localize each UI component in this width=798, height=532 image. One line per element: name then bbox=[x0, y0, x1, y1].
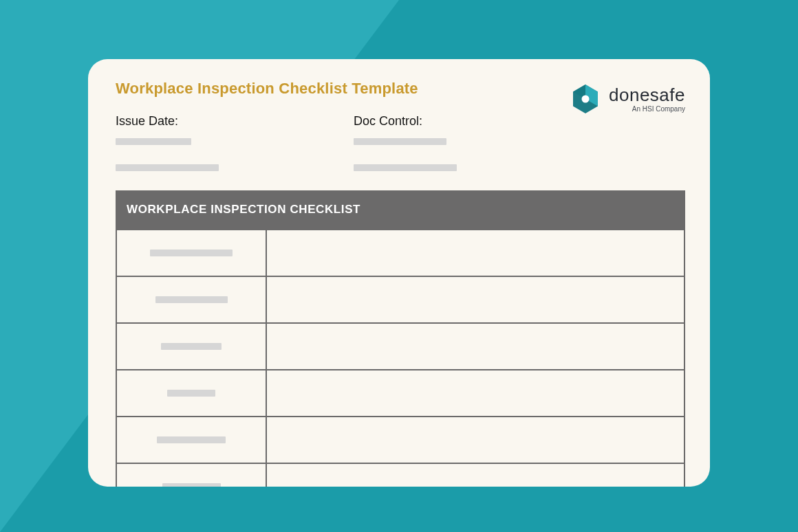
placeholder-line bbox=[162, 483, 221, 487]
svg-point-4 bbox=[582, 96, 590, 103]
table-row bbox=[116, 230, 684, 276]
row-value-cell bbox=[266, 463, 684, 487]
table-row bbox=[116, 417, 684, 463]
brand-logo: donesafe An HSI Company bbox=[569, 82, 685, 115]
row-value-cell bbox=[266, 417, 684, 463]
row-label-cell bbox=[116, 370, 266, 417]
placeholder-line bbox=[167, 390, 215, 397]
donesafe-logo-icon bbox=[569, 82, 602, 115]
issue-date-label: Issue Date: bbox=[116, 114, 354, 129]
row-value-cell bbox=[266, 323, 684, 370]
doc-control-label: Doc Control: bbox=[354, 114, 592, 129]
table-row bbox=[116, 323, 684, 370]
row-label-cell bbox=[116, 230, 266, 276]
brand-text: donesafe An HSI Company bbox=[609, 86, 685, 113]
row-label-cell bbox=[116, 323, 266, 370]
placeholder-line bbox=[116, 138, 191, 145]
table-row bbox=[116, 370, 684, 417]
brand-name: donesafe bbox=[609, 86, 685, 104]
placeholder-line bbox=[116, 164, 219, 171]
row-value-cell bbox=[266, 370, 684, 417]
row-value-cell bbox=[266, 230, 684, 276]
checklist-grid bbox=[116, 229, 685, 487]
table-title: WORKPLACE INSPECTION CHECKLIST bbox=[116, 190, 685, 229]
placeholder-line bbox=[155, 296, 228, 303]
checklist-table: WORKPLACE INSPECTION CHECKLIST bbox=[116, 190, 685, 487]
issue-date-block: Issue Date: bbox=[116, 114, 354, 171]
row-value-cell bbox=[266, 276, 684, 323]
placeholder-line bbox=[150, 250, 233, 256]
placeholder-line bbox=[354, 164, 457, 171]
brand-subline: An HSI Company bbox=[632, 106, 685, 113]
card-inner: Workplace Inspection Checklist Template … bbox=[88, 59, 710, 487]
placeholder-line bbox=[157, 436, 226, 443]
document-card: Workplace Inspection Checklist Template … bbox=[88, 59, 710, 487]
meta-row: Issue Date: Doc Control: bbox=[116, 114, 685, 171]
table-row bbox=[116, 463, 684, 487]
row-label-cell bbox=[116, 417, 266, 463]
placeholder-line bbox=[354, 138, 446, 145]
table-row bbox=[116, 276, 684, 323]
placeholder-line bbox=[161, 343, 222, 350]
row-label-cell bbox=[116, 463, 266, 487]
doc-control-block: Doc Control: bbox=[354, 114, 592, 171]
stage: Workplace Inspection Checklist Template … bbox=[0, 0, 798, 532]
row-label-cell bbox=[116, 276, 266, 323]
